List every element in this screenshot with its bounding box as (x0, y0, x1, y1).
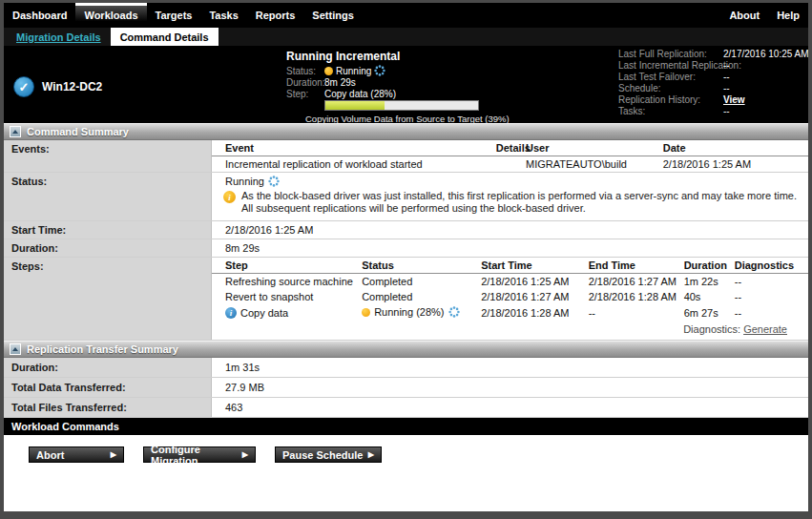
workload-commands-area: Abort ▶ Configure Migration ▶ Pause Sche… (4, 435, 808, 511)
spinner-icon (268, 176, 280, 187)
start-cell: 2/18/2016 1:25 AM (477, 274, 585, 290)
command-title: Running Incremental (286, 50, 510, 63)
nav-spacer (363, 3, 721, 28)
nav-tasks[interactable]: Tasks (200, 3, 246, 28)
top-navigation: Dashboard Workloads Targets Tasks Report… (4, 3, 808, 28)
steps-header-row: Step Status Start Time End Time Duration… (212, 258, 808, 274)
end-cell: -- (585, 304, 680, 321)
transfer-duration-row: Duration: 1m 31s (4, 358, 808, 378)
events-row-label: Events: (4, 140, 212, 172)
events-row: Events: Event Details User Date Incremen… (4, 140, 808, 173)
diagnostics-cell: -- (731, 274, 808, 290)
spinner-icon (374, 65, 385, 76)
nav-help[interactable]: Help (768, 3, 808, 28)
status-row: Status: Running i As the block-based dri… (4, 173, 808, 221)
progress-fill (325, 101, 385, 110)
duration-cell: 1m 22s (680, 274, 731, 290)
configure-migration-button[interactable]: Configure Migration ▶ (143, 446, 256, 463)
duration-value: 8m 29s (324, 77, 356, 88)
abort-button-label: Abort (36, 449, 64, 461)
replication-history-view-link[interactable]: View (723, 94, 745, 106)
col-start-time: Start Time (477, 258, 585, 274)
steps-row-label: Steps: (4, 258, 212, 340)
steps-table: Step Status Start Time End Time Duration… (212, 258, 808, 321)
schedule-value: -- (723, 83, 730, 94)
tab-command-details[interactable]: Command Details (111, 28, 219, 46)
details-cell (492, 156, 522, 173)
command-status-value: Running (225, 176, 264, 187)
step-cell: Refreshing source machine (212, 274, 358, 290)
diagnostics-cell: -- (731, 289, 808, 304)
tasks-label: Tasks: (618, 106, 723, 117)
abort-button[interactable]: Abort ▶ (29, 446, 124, 463)
tasks-value: -- (723, 106, 730, 117)
replication-history-label: Replication History: (618, 94, 723, 106)
command-status-line: Running (212, 173, 808, 188)
status-value: Running (336, 66, 371, 76)
command-summary-header: Command Summary (4, 123, 808, 140)
start-time-row: Start Time: 2/18/2016 1:25 AM (4, 221, 808, 239)
table-row: i Copy data Running (28%) 2/18/2016 1: (212, 304, 808, 321)
nav-reports[interactable]: Reports (247, 3, 304, 28)
transfer-duration-label: Duration: (4, 358, 212, 377)
end-cell: 2/18/2016 1:28 AM (585, 289, 680, 304)
progress-caption: Copying Volume Data from Source to Targe… (305, 114, 510, 124)
events-header-row: Event Details User Date (212, 140, 808, 156)
total-files-label: Total Files Transferred: (4, 398, 212, 417)
transfer-summary-title: Replication Transfer Summary (27, 343, 178, 355)
status-cell: Completed (358, 289, 477, 304)
arrow-right-icon: ▶ (111, 451, 116, 459)
command-duration-value: 8m 29s (212, 239, 808, 257)
transfer-summary-header: Replication Transfer Summary (4, 341, 808, 358)
command-summary-title: Command Summary (27, 126, 129, 137)
last-full-replication-label: Last Full Replication: (618, 49, 723, 60)
diagnostics-line: Diagnostics: Generate (212, 321, 808, 340)
arrow-right-icon: ▶ (242, 451, 248, 459)
col-details: Details (492, 140, 522, 156)
collapse-section-icon[interactable] (10, 126, 21, 137)
nav-workloads[interactable]: Workloads (75, 3, 146, 28)
pause-schedule-button[interactable]: Pause Schedule ▶ (275, 446, 382, 463)
step-status: Running (28%) (374, 306, 444, 318)
nav-about[interactable]: About (720, 3, 768, 28)
total-data-label: Total Data Transferred: (4, 378, 212, 397)
duration-row-label: Duration: (4, 239, 212, 257)
col-user: User (522, 140, 659, 156)
total-data-row: Total Data Transferred: 27.9 MB (4, 378, 808, 398)
col-end-time: End Time (585, 258, 680, 274)
tab-migration-details[interactable]: Migration Details (7, 28, 111, 46)
duration-cell: 40s (680, 289, 731, 304)
workload-identity: ✓ Win12-DC2 (13, 76, 102, 97)
driver-note: i As the block-based driver was just ins… (212, 188, 808, 220)
diagnostics-label: Diagnostics: (683, 323, 740, 335)
collapse-section-icon[interactable] (10, 343, 21, 355)
nav-targets[interactable]: Targets (147, 3, 201, 28)
diagnostics-cell: -- (731, 304, 808, 321)
duration-row: Duration: 8m 29s (4, 239, 808, 258)
date-cell: 2/18/2016 1:25 AM (659, 156, 808, 173)
table-row: Revert to snapshot Completed 2/18/2016 1… (212, 289, 808, 304)
step-name: Copy data (240, 307, 288, 319)
step-info-icon[interactable]: i (225, 307, 237, 319)
step-cell: Revert to snapshot (212, 289, 358, 304)
total-data-value: 27.9 MB (212, 378, 808, 397)
end-cell: 2/18/2016 1:27 AM (585, 274, 680, 290)
event-cell: Incremental replication of workload star… (212, 156, 492, 173)
running-status-dot (362, 308, 370, 317)
table-row: Incremental replication of workload star… (212, 156, 808, 173)
nav-dashboard[interactable]: Dashboard (4, 3, 75, 28)
user-cell: MIGRATEAUTO\build (522, 156, 659, 173)
spinner-icon (448, 306, 460, 318)
last-test-failover-value: -- (723, 72, 730, 83)
status-label: Status: (286, 66, 324, 76)
collapse-arrow-icon (12, 130, 18, 134)
last-test-failover-label: Last Test Failover: (618, 72, 723, 83)
step-label: Step: (286, 89, 324, 99)
generate-diagnostics-link[interactable]: Generate (743, 323, 787, 335)
last-incremental-replication-value: -- (723, 60, 730, 72)
table-row: Refreshing source machine Completed 2/18… (212, 274, 808, 290)
nav-settings[interactable]: Settings (303, 3, 362, 28)
progress-bar (324, 100, 479, 111)
workload-commands-header: Workload Commands (4, 418, 808, 435)
col-step: Step (212, 258, 358, 274)
